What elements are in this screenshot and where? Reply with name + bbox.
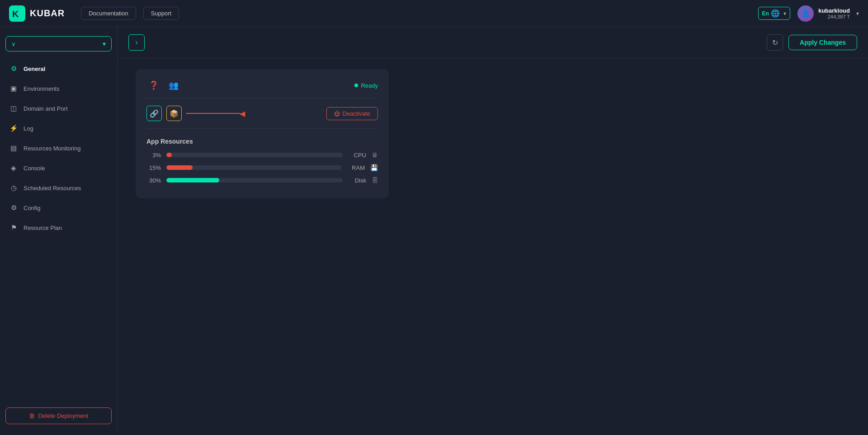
deactivate-label: Deactivate (343, 110, 370, 117)
config-icon: ⚙ (9, 203, 18, 212)
cpu-label: CPU (348, 152, 366, 159)
deactivate-button[interactable]: ⏻ Deactivate (326, 107, 378, 120)
sidebar-item-log[interactable]: ⚡ Log (0, 118, 117, 138)
sidebar-item-domain-port[interactable]: ◫ Domain and Port (0, 98, 117, 118)
action-row: 🔗 📦 ◀ ⏻ Deactivate (146, 106, 378, 129)
cpu-pct: 3% (146, 152, 161, 159)
chevron-right-icon: › (135, 38, 137, 47)
monitoring-icon: ▤ (9, 144, 18, 153)
arrow-line: ◀ (186, 109, 322, 118)
sidebar-item-label: General (24, 65, 45, 72)
content-area: › ↻ Apply Changes ❓ 👥 Ready (118, 27, 868, 435)
user-balance: 244,387 T (828, 14, 850, 19)
ram-pct: 15% (146, 164, 161, 171)
svg-text:K: K (12, 9, 19, 19)
resource-row-disk: 30% Disk 🗄 (146, 177, 378, 184)
arrow-shaft (186, 113, 241, 114)
sidebar-item-label: Log (24, 125, 33, 132)
app-card: ❓ 👥 Ready 🔗 📦 (136, 69, 389, 198)
user-name: kubarkloud (818, 7, 850, 14)
storage-icon: 📦 (170, 109, 179, 118)
ram-label: RAM (347, 164, 365, 171)
disk-progress-track (166, 178, 343, 182)
ram-icon: 💾 (370, 164, 378, 171)
lang-switcher[interactable]: En 🌐 ▾ (758, 7, 790, 20)
cpu-progress-fill (166, 153, 172, 157)
documentation-button[interactable]: Documentation (81, 7, 136, 20)
app-card-icons: ❓ 👥 (146, 78, 181, 93)
delete-deployment-button[interactable]: 🗑 Delete Deployment (5, 407, 112, 424)
content-toolbar: › ↻ Apply Changes (118, 27, 868, 58)
sidebar-dropdown-text: ∨ (11, 41, 103, 47)
sidebar-item-label: Console (24, 165, 45, 172)
logo-icon: K (9, 5, 25, 22)
sidebar-item-label: Resource Plan (24, 225, 62, 231)
lang-chevron-icon: ▾ (783, 10, 786, 17)
sidebar-item-label: Resources Monitoring (24, 145, 80, 152)
main-layout: ∨ ▾ ⚙ General ▣ Environments ◫ Domain an… (0, 27, 868, 435)
status-label: Ready (361, 82, 378, 89)
sidebar-item-config[interactable]: ⚙ Config (0, 198, 117, 218)
status-ready: Ready (354, 82, 378, 89)
status-dot (354, 84, 358, 87)
cpu-icon: 🖥 (372, 151, 378, 159)
sidebar-dropdown-arrow-icon: ▾ (103, 40, 106, 47)
sidebar-item-general[interactable]: ⚙ General (0, 59, 117, 79)
log-icon: ⚡ (9, 124, 18, 133)
user-chevron-icon: ▾ (856, 10, 859, 17)
users-icon: 👥 (166, 78, 181, 93)
sidebar-item-label: Environments (24, 85, 59, 92)
sidebar-item-resources-monitoring[interactable]: ▤ Resources Monitoring (0, 138, 117, 158)
sidebar-dropdown[interactable]: ∨ ▾ (5, 36, 112, 51)
disk-pct: 30% (146, 177, 161, 184)
resource-plan-icon: ⚑ (9, 223, 18, 232)
sidebar-item-resource-plan[interactable]: ⚑ Resource Plan (0, 218, 117, 238)
ram-progress-track (166, 165, 341, 170)
sidebar-item-label: Scheduled Resources (24, 185, 81, 192)
refresh-button[interactable]: ↻ (767, 34, 783, 51)
logo-area: K KUBAR (9, 5, 65, 22)
question-icon: ❓ (146, 78, 161, 93)
expand-button[interactable]: › (128, 34, 145, 51)
resource-row-cpu: 3% CPU 🖥 (146, 151, 378, 159)
sidebar: ∨ ▾ ⚙ General ▣ Environments ◫ Domain an… (0, 27, 118, 435)
support-button[interactable]: Support (143, 7, 179, 20)
resource-row-ram: 15% RAM 💾 (146, 164, 378, 171)
domain-icon: ◫ (9, 104, 18, 113)
sidebar-bottom: 🗑 Delete Deployment (0, 402, 117, 430)
user-area[interactable]: 👤 kubarkloud 244,387 T ▾ (797, 5, 859, 22)
app-card-container: ❓ 👥 Ready 🔗 📦 (118, 58, 868, 209)
gear-icon: ⚙ (9, 64, 18, 73)
disk-progress-fill (166, 178, 219, 182)
environments-icon: ▣ (9, 84, 18, 93)
sidebar-item-label: Domain and Port (24, 105, 68, 112)
arrow-head-icon: ◀ (240, 109, 245, 118)
power-icon: ⏻ (334, 110, 340, 117)
cpu-progress-track (166, 153, 343, 157)
topnav: K KUBAR Documentation Support En 🌐 ▾ 👤 k… (0, 0, 868, 27)
link-button[interactable]: 🔗 (146, 106, 162, 121)
link-icon: 🔗 (150, 109, 159, 118)
lang-label: En (762, 10, 769, 17)
sidebar-item-scheduled-resources[interactable]: ◷ Scheduled Resources (0, 178, 117, 198)
delete-deployment-label: Delete Deployment (38, 412, 89, 419)
sidebar-item-environments[interactable]: ▣ Environments (0, 79, 117, 98)
apply-changes-button[interactable]: Apply Changes (788, 35, 857, 50)
user-info: kubarkloud 244,387 T (818, 7, 850, 19)
flag-icon: 🌐 (771, 9, 780, 18)
scheduled-icon: ◷ (9, 183, 18, 192)
app-card-header: ❓ 👥 Ready (146, 78, 378, 98)
refresh-icon: ↻ (772, 38, 778, 47)
disk-label: Disk (348, 177, 366, 184)
app-resources-label: App Resources (146, 138, 378, 145)
disk-icon: 🗄 (372, 177, 378, 184)
ram-progress-fill (166, 165, 193, 170)
console-icon: ◈ (9, 164, 18, 173)
sidebar-item-console[interactable]: ◈ Console (0, 158, 117, 178)
logo-text: KUBAR (30, 8, 65, 19)
trash-icon: 🗑 (29, 412, 35, 419)
storage-button[interactable]: 📦 (166, 106, 182, 121)
sidebar-item-label: Config (24, 205, 41, 211)
avatar: 👤 (797, 5, 814, 22)
